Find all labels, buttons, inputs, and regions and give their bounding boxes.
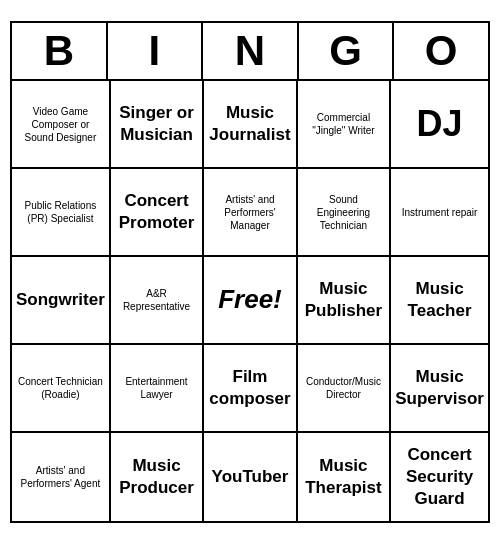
bingo-cell[interactable]: Music Therapist	[298, 433, 391, 521]
bingo-cell-text: Concert Technician (Roadie)	[16, 375, 105, 401]
bingo-cell-text: Music Supervisor	[395, 366, 484, 410]
bingo-cell-text: Songwriter	[16, 289, 105, 311]
bingo-header-letter: N	[203, 23, 299, 79]
bingo-cell-text: Instrument repair	[402, 206, 478, 219]
bingo-cell[interactable]: DJ	[391, 81, 488, 169]
bingo-cell[interactable]: Singer or Musician	[111, 81, 204, 169]
bingo-cell[interactable]: Free!	[204, 257, 297, 345]
bingo-cell-text: Music Producer	[115, 455, 198, 499]
bingo-header: BINGO	[12, 23, 488, 81]
bingo-cell[interactable]: Concert Promoter	[111, 169, 204, 257]
bingo-cell-text: Conductor/Music Director	[302, 375, 385, 401]
bingo-cell-text: Free!	[218, 283, 282, 317]
bingo-cell[interactable]: Conductor/Music Director	[298, 345, 391, 433]
bingo-cell[interactable]: Video Game Composer or Sound Designer	[12, 81, 111, 169]
bingo-cell-text: Music Journalist	[208, 102, 291, 146]
bingo-cell[interactable]: Music Teacher	[391, 257, 488, 345]
bingo-cell[interactable]: Film composer	[204, 345, 297, 433]
bingo-cell-text: Entertainment Lawyer	[115, 375, 198, 401]
bingo-cell-text: Public Relations (PR) Specialist	[16, 199, 105, 225]
bingo-cell[interactable]: Artists' and Performers' Manager	[204, 169, 297, 257]
bingo-cell-text: Music Therapist	[302, 455, 385, 499]
bingo-header-letter: O	[394, 23, 488, 79]
bingo-header-letter: B	[12, 23, 108, 79]
bingo-cell-text: YouTuber	[212, 466, 289, 488]
bingo-cell[interactable]: Entertainment Lawyer	[111, 345, 204, 433]
bingo-cell[interactable]: YouTuber	[204, 433, 297, 521]
bingo-cell[interactable]: Sound Engineering Technician	[298, 169, 391, 257]
bingo-cell[interactable]: Songwriter	[12, 257, 111, 345]
bingo-cell-text: DJ	[417, 101, 463, 148]
bingo-grid: Video Game Composer or Sound DesignerSin…	[12, 81, 488, 521]
bingo-header-letter: G	[299, 23, 395, 79]
bingo-cell-text: Artists' and Performers' Agent	[16, 464, 105, 490]
bingo-cell[interactable]: Artists' and Performers' Agent	[12, 433, 111, 521]
bingo-cell[interactable]: Concert Technician (Roadie)	[12, 345, 111, 433]
bingo-cell-text: Singer or Musician	[115, 102, 198, 146]
bingo-cell[interactable]: Music Publisher	[298, 257, 391, 345]
bingo-cell-text: Concert Security Guard	[395, 444, 484, 510]
bingo-cell[interactable]: Concert Security Guard	[391, 433, 488, 521]
bingo-cell[interactable]: Instrument repair	[391, 169, 488, 257]
bingo-cell[interactable]: A&R Representative	[111, 257, 204, 345]
bingo-cell[interactable]: Music Supervisor	[391, 345, 488, 433]
bingo-cell[interactable]: Music Producer	[111, 433, 204, 521]
bingo-cell[interactable]: Public Relations (PR) Specialist	[12, 169, 111, 257]
bingo-cell[interactable]: Commercial "Jingle" Writer	[298, 81, 391, 169]
bingo-cell-text: Music Publisher	[302, 278, 385, 322]
bingo-cell-text: Concert Promoter	[115, 190, 198, 234]
bingo-header-letter: I	[108, 23, 204, 79]
bingo-cell-text: Video Game Composer or Sound Designer	[16, 105, 105, 144]
bingo-cell-text: A&R Representative	[115, 287, 198, 313]
bingo-cell-text: Music Teacher	[395, 278, 484, 322]
bingo-cell-text: Film composer	[208, 366, 291, 410]
bingo-cell-text: Sound Engineering Technician	[302, 193, 385, 232]
bingo-cell-text: Commercial "Jingle" Writer	[302, 111, 385, 137]
bingo-card: BINGO Video Game Composer or Sound Desig…	[10, 21, 490, 523]
bingo-cell[interactable]: Music Journalist	[204, 81, 297, 169]
bingo-cell-text: Artists' and Performers' Manager	[208, 193, 291, 232]
